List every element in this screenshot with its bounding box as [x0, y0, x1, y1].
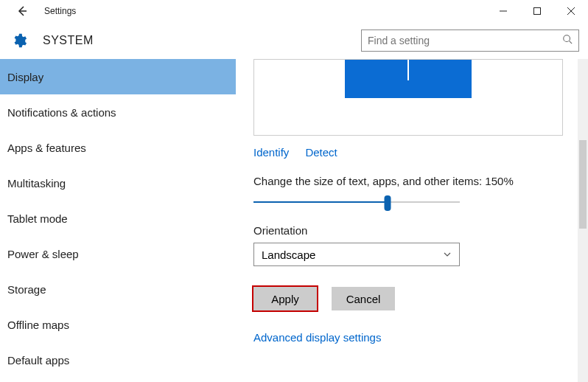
sidebar-item-multitasking[interactable]: Multitasking	[0, 165, 236, 201]
minimize-button[interactable]	[486, 0, 520, 22]
monitor-icon[interactable]	[345, 60, 472, 98]
sidebar-item-default-apps[interactable]: Default apps	[0, 342, 236, 378]
orientation-select[interactable]: Landscape	[253, 243, 460, 266]
sidebar-item-offline-maps[interactable]: Offline maps	[0, 307, 236, 342]
search-box[interactable]	[361, 29, 579, 52]
header-title: SYSTEM	[43, 34, 94, 47]
cancel-label: Cancel	[346, 293, 381, 305]
gear-icon	[9, 30, 29, 51]
monitor-preview	[253, 59, 563, 136]
apply-button[interactable]: Apply	[253, 287, 317, 310]
search-input[interactable]	[368, 35, 562, 46]
sidebar-item-display[interactable]: Display	[0, 59, 236, 94]
advanced-display-link[interactable]: Advanced display settings	[253, 331, 381, 344]
slider-thumb[interactable]	[385, 195, 391, 211]
cancel-button[interactable]: Cancel	[332, 287, 395, 310]
sidebar-item-notifications[interactable]: Notifications & actions	[0, 94, 236, 130]
window-title: Settings	[44, 6, 76, 16]
minimize-icon	[500, 7, 507, 15]
titlebar: Settings	[0, 0, 588, 22]
orientation-value: Landscape	[262, 249, 315, 261]
sidebar: Display Notifications & actions Apps & f…	[0, 59, 236, 382]
scrollbar-thumb[interactable]	[579, 140, 587, 229]
sidebar-item-power[interactable]: Power & sleep	[0, 236, 236, 271]
close-icon	[567, 7, 575, 15]
detect-link[interactable]: Detect	[305, 146, 337, 159]
sidebar-item-label: Default apps	[7, 354, 69, 367]
sidebar-item-apps[interactable]: Apps & features	[0, 130, 236, 165]
svg-rect-0	[534, 8, 541, 15]
sidebar-item-label: Multitasking	[7, 177, 66, 190]
back-arrow-icon	[16, 5, 28, 17]
sidebar-item-label: Apps & features	[7, 142, 86, 154]
scrollbar[interactable]	[578, 59, 588, 382]
svg-point-1	[564, 35, 570, 42]
search-icon	[562, 34, 573, 47]
main-content: Identify Detect Change the size of text,…	[236, 59, 588, 382]
maximize-icon	[533, 7, 541, 15]
identify-link[interactable]: Identify	[253, 146, 289, 159]
sidebar-item-tablet[interactable]: Tablet mode	[0, 201, 236, 236]
sidebar-item-storage[interactable]: Storage	[0, 271, 236, 307]
apply-label: Apply	[271, 293, 299, 305]
chevron-down-icon	[443, 249, 452, 261]
orientation-label: Orientation	[253, 224, 588, 237]
slider-fill	[253, 201, 388, 203]
sidebar-item-label: Power & sleep	[7, 248, 79, 260]
sidebar-item-label: Tablet mode	[7, 212, 68, 225]
sidebar-item-label: Storage	[7, 283, 46, 296]
maximize-button[interactable]	[520, 0, 554, 22]
sidebar-item-label: Display	[7, 71, 43, 83]
window-controls	[486, 0, 588, 22]
close-button[interactable]	[554, 0, 588, 22]
back-button[interactable]	[12, 1, 32, 21]
scale-slider[interactable]	[253, 195, 460, 209]
sidebar-item-label: Offline maps	[7, 319, 69, 331]
scale-label: Change the size of text, apps, and other…	[253, 175, 588, 187]
sidebar-item-label: Notifications & actions	[7, 106, 116, 119]
